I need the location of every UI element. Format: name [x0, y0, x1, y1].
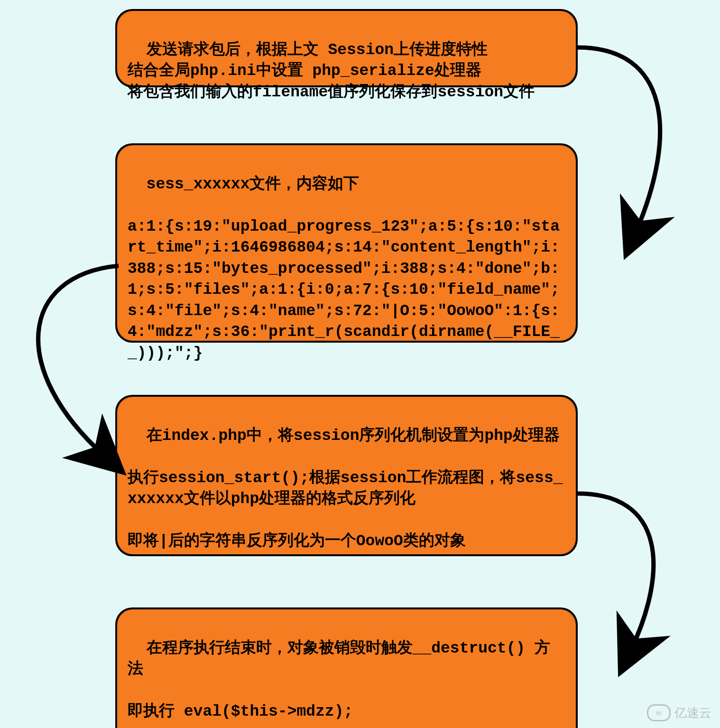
flow-step-1: 发送请求包后，根据上文 Session上传进度特性 结合全局php.ini中设置…	[115, 9, 578, 87]
watermark-text: 亿速云	[674, 705, 711, 721]
flow-step-3-text: 在index.php中，将session序列化机制设置为php处理器 执行ses…	[128, 427, 563, 551]
cloud-icon: ∞	[647, 704, 671, 721]
flow-step-2: sess_xxxxxx文件，内容如下 a:1:{s:19:"upload_pro…	[115, 143, 578, 343]
arrow-3	[569, 475, 720, 674]
flow-step-2-text: sess_xxxxxx文件，内容如下 a:1:{s:19:"upload_pro…	[128, 176, 560, 362]
flow-step-1-text: 发送请求包后，根据上文 Session上传进度特性 结合全局php.ini中设置…	[128, 41, 535, 101]
watermark: ∞ 亿速云	[647, 704, 711, 721]
flow-step-4-text: 在程序执行结束时，对象被销毁时触发__destruct() 方法 即执行 eva…	[128, 640, 563, 728]
flow-step-4: 在程序执行结束时，对象被销毁时触发__destruct() 方法 即执行 eva…	[115, 607, 578, 728]
arrow-1	[569, 28, 720, 256]
flow-step-3: 在index.php中，将session序列化机制设置为php处理器 执行ses…	[115, 395, 578, 556]
arrow-2	[0, 247, 123, 475]
